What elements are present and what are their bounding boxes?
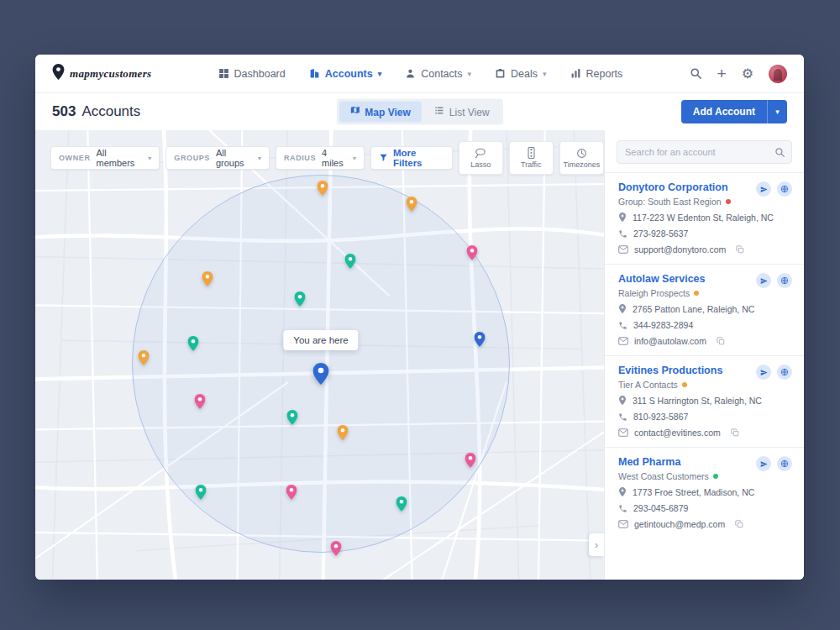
map-pin[interactable]	[287, 410, 298, 425]
map-pin[interactable]	[465, 453, 476, 468]
account-email: getintouch@medp.com	[634, 519, 725, 529]
chevron-down-icon: ▾	[468, 70, 472, 78]
account-name[interactable]: Autolaw Services	[618, 273, 706, 285]
phone-icon	[618, 229, 627, 239]
account-email: support@donytoro.com	[634, 244, 726, 255]
quick-add-icon[interactable]: +	[717, 66, 727, 81]
map-pin[interactable]	[331, 541, 342, 556]
map-canvas[interactable]: You are here OWNER All members ▾ GROUPS …	[35, 130, 604, 580]
account-phone: 273-928-5637	[633, 228, 688, 239]
add-account-dropdown-button[interactable]: ▾	[767, 100, 787, 123]
add-account-button[interactable]: Add Account	[681, 100, 767, 123]
copy-icon[interactable]	[736, 245, 744, 254]
tool-traffic[interactable]: Traffic	[509, 141, 554, 175]
map-pin[interactable]	[407, 197, 417, 212]
send-button[interactable]	[756, 456, 771, 471]
nav-reports[interactable]: Reports	[570, 68, 623, 80]
map-pin[interactable]	[196, 485, 207, 500]
account-name[interactable]: Evitines Productions	[618, 365, 722, 376]
map-pin[interactable]	[286, 485, 297, 500]
send-button[interactable]	[756, 365, 771, 380]
account-name[interactable]: Donytoro Corporation	[618, 181, 731, 193]
deals-icon	[495, 68, 506, 79]
list-view-button[interactable]: List View	[423, 102, 501, 123]
account-group: Raleigh Prospects	[618, 288, 690, 298]
email-icon	[618, 337, 628, 345]
top-navigation-bar: mapmycustomers Dashboard Accounts ▾	[35, 55, 804, 93]
account-name[interactable]: Med Pharma	[618, 456, 718, 468]
location-icon	[618, 396, 627, 406]
nav-label: Contacts	[421, 68, 462, 80]
map-pin[interactable]	[475, 332, 486, 347]
account-card[interactable]: Evitines Productions Tier A Contacts 311…	[605, 355, 804, 447]
globe-button[interactable]	[777, 456, 792, 471]
radius-filter[interactable]: RADIUS 4 miles ▾	[276, 146, 365, 170]
chevron-down-icon: ▾	[258, 155, 261, 162]
nav-contacts[interactable]: Contacts ▾	[405, 68, 471, 80]
nav-label: Dashboard	[234, 68, 286, 80]
account-phone: 344-9283-2894	[633, 320, 693, 330]
nav-deals[interactable]: Deals ▾	[495, 68, 547, 80]
lasso-icon	[475, 148, 486, 159]
owner-filter[interactable]: OWNER All members ▾	[50, 146, 160, 170]
tool-label: Traffic	[521, 160, 542, 169]
current-location-pin[interactable]	[313, 363, 329, 385]
location-icon	[618, 304, 627, 314]
nav-label: Accounts	[325, 68, 373, 80]
copy-icon[interactable]	[731, 428, 739, 437]
list-icon	[434, 106, 444, 118]
globe-button[interactable]	[777, 365, 792, 380]
email-icon	[618, 520, 628, 528]
group-color-dot	[713, 474, 718, 479]
map-pin[interactable]	[188, 336, 199, 351]
app-logo[interactable]: mapmycustomers	[52, 64, 151, 83]
collapse-sidebar-button[interactable]: ›	[589, 533, 604, 556]
reports-icon	[570, 68, 581, 79]
map-pin[interactable]	[338, 425, 349, 440]
map-pin[interactable]	[396, 496, 407, 512]
map-pin[interactable]	[345, 254, 356, 269]
send-button[interactable]	[756, 181, 771, 197]
account-group: Tier A Contacts	[618, 380, 678, 390]
account-address: 311 S Harrington St, Raleigh, NC	[633, 396, 762, 406]
search-icon[interactable]	[774, 146, 785, 161]
map-pin[interactable]	[139, 350, 150, 365]
gear-icon[interactable]: ⚙	[742, 67, 753, 81]
tool-lasso[interactable]: Lasso	[459, 141, 503, 175]
groups-filter-label: GROUPS	[174, 154, 210, 162]
groups-filter[interactable]: GROUPS All groups ▾	[165, 146, 270, 170]
globe-button[interactable]	[777, 181, 792, 197]
chevron-down-icon: ▾	[543, 70, 547, 78]
copy-icon[interactable]	[717, 337, 725, 345]
email-icon	[618, 428, 628, 437]
nav-dashboard[interactable]: Dashboard	[218, 68, 286, 80]
map-pin[interactable]	[295, 291, 306, 307]
map-view-button[interactable]: Map View	[339, 102, 421, 123]
account-address: 1773 Froe Street, Madison, NC	[633, 487, 754, 497]
globe-button[interactable]	[777, 273, 792, 288]
phone-icon	[618, 504, 627, 513]
accounts-count: 503	[52, 103, 76, 120]
main-nav: Dashboard Accounts ▾ Contacts ▾	[218, 68, 623, 80]
account-card[interactable]: Donytoro Corporation Group: South East R…	[605, 172, 804, 264]
map-pin[interactable]	[202, 271, 213, 286]
account-search-input[interactable]	[617, 140, 792, 164]
map-pin[interactable]	[318, 181, 328, 196]
nav-accounts[interactable]: Accounts ▾	[309, 68, 381, 80]
account-card[interactable]: Autolaw Services Raleigh Prospects 2765 …	[605, 264, 804, 355]
copy-icon[interactable]	[735, 520, 743, 528]
more-filters-button[interactable]: More Filters	[370, 146, 453, 170]
you-are-here-label: You are here	[283, 330, 358, 350]
account-card[interactable]: Med Pharma West Coast Customers 1773 Fro…	[605, 447, 804, 538]
tool-label: Lasso	[470, 160, 491, 169]
accounts-sidebar: Donytoro Corporation Group: South East R…	[604, 130, 804, 580]
timezones-icon	[576, 148, 587, 159]
tool-timezones[interactable]: Timezones	[559, 141, 604, 175]
logo-pin-icon	[52, 64, 65, 83]
page-title-label: Accounts	[81, 103, 140, 120]
send-button[interactable]	[756, 273, 771, 288]
map-pin[interactable]	[467, 245, 478, 260]
search-icon[interactable]	[690, 67, 702, 80]
avatar[interactable]	[769, 65, 787, 83]
map-pin[interactable]	[195, 394, 206, 409]
